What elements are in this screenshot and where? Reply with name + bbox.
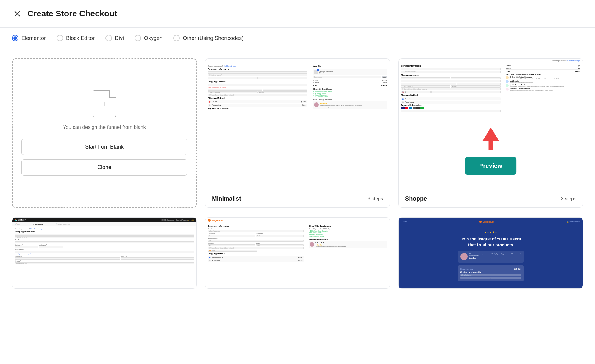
- add-template-icon: +: [93, 90, 116, 117]
- radio-circle-elementor: [12, 35, 18, 41]
- bottom-templates-row: 🏪 My Store 10,000+ Customers | Excellent…: [0, 217, 595, 298]
- clone-button[interactable]: Clone: [21, 159, 187, 176]
- radio-elementor[interactable]: Elementor: [12, 35, 46, 41]
- shoppe-preview[interactable]: Returning customer? Click here to login …: [399, 59, 583, 190]
- shoppe-footer: Shoppe 3 steps: [399, 190, 583, 207]
- minimalist-name: Minimalist: [212, 195, 241, 202]
- radio-circle-divi: [105, 35, 112, 41]
- modal-header: Create Store Checkout: [0, 0, 595, 28]
- blank-template-card: + You can design the funnel from blank S…: [12, 58, 197, 208]
- page-title: Create Store Checkout: [27, 9, 117, 18]
- radio-circle-oxygen: [135, 35, 141, 41]
- page-builder-selector: Elementor Block Editor Divi Oxygen Other…: [0, 28, 595, 49]
- minimalist-preview[interactable]: 🛍 minimalist SSL Secured Checkout Return…: [205, 59, 390, 190]
- dark-blue-template-card[interactable]: ← Back Logoipsum 🔒 Secure Payment ★★★★★ …: [398, 217, 583, 289]
- radio-oxygen[interactable]: Oxygen: [135, 35, 163, 41]
- preview-button[interactable]: Preview: [465, 157, 517, 175]
- mystore-template-card[interactable]: 🏪 My Store 10,000+ Customers | Excellent…: [12, 217, 197, 289]
- minimalist-steps: 3 steps: [368, 196, 383, 201]
- radio-divi[interactable]: Divi: [105, 35, 124, 41]
- minimalist-footer: Minimalist 3 steps: [205, 190, 390, 207]
- shoppe-name: Shoppe: [405, 195, 427, 202]
- start-from-blank-button[interactable]: Start from Blank: [21, 139, 187, 155]
- radio-other[interactable]: Other (Using Shortcodes): [173, 35, 243, 41]
- templates-grid: + You can design the funnel from blank S…: [0, 49, 595, 217]
- minimalist-template-card: 🛍 minimalist SSL Secured Checkout Return…: [205, 58, 390, 208]
- close-button[interactable]: [12, 8, 23, 19]
- shoppe-template-card: Returning customer? Click here to login …: [398, 58, 583, 208]
- radio-circle-block-editor: [57, 35, 63, 41]
- shoppe-steps: 3 steps: [561, 196, 576, 201]
- radio-block-editor[interactable]: Block Editor: [57, 35, 95, 41]
- svg-marker-2: [482, 127, 499, 150]
- logopsum-template-card[interactable]: Logopsum Customer Information Email bill…: [205, 217, 390, 289]
- radio-circle-other: [173, 35, 180, 41]
- blank-description: You can design the funnel from blank: [63, 124, 146, 130]
